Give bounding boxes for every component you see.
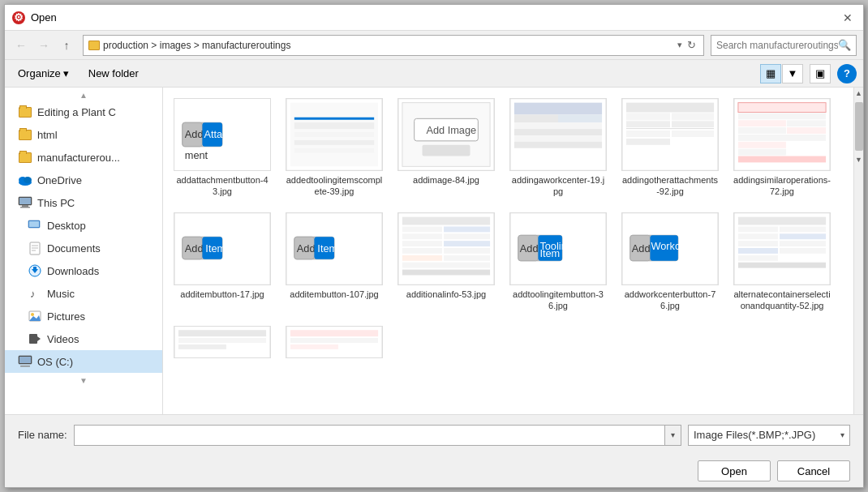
file-item[interactable]: Add Tooling Item addtoolingitembutton-36…: [505, 208, 611, 316]
sidebar-item-label: Music: [47, 288, 75, 300]
new-folder-button[interactable]: New folder: [82, 64, 145, 83]
file-item[interactable]: alternatecontainerselectionandquantity-5…: [729, 208, 835, 316]
svg-rect-25: [19, 357, 31, 363]
back-button[interactable]: ←: [11, 36, 31, 55]
file-item[interactable]: [170, 322, 275, 366]
folder-icon: [18, 105, 32, 119]
file-item[interactable]: addingsimilaroperations-72.jpg: [729, 94, 835, 202]
file-item[interactable]: Add Item additembutton-107.jpg: [281, 208, 387, 316]
svg-rect-99: [402, 248, 442, 254]
sidebar-item-documents[interactable]: Documents: [5, 237, 162, 259]
sidebar-item-manufactureroutings[interactable]: manufacturerou...: [5, 146, 162, 169]
music-icon: ♪: [28, 286, 42, 301]
file-item[interactable]: Add Workc... addworkcenterbutton-76.jpg: [617, 208, 723, 316]
svg-text:Add Image: Add Image: [426, 124, 476, 136]
svg-rect-61: [672, 113, 714, 120]
sidebar-item-this-pc[interactable]: This PC: [5, 191, 162, 214]
svg-text:⚙: ⚙: [14, 11, 24, 24]
file-thumbnail: [174, 326, 271, 358]
open-button[interactable]: Open: [698, 460, 771, 481]
svg-rect-96: [444, 233, 490, 239]
onedrive-icon: [18, 173, 32, 187]
search-input[interactable]: [716, 40, 838, 51]
help-button[interactable]: ?: [837, 64, 857, 83]
svg-rect-69: [738, 103, 826, 113]
svg-text:Item: Item: [317, 242, 337, 255]
search-bar[interactable]: 🔍: [711, 35, 857, 56]
file-thumbnail: Add Tooling Item: [509, 212, 607, 285]
svg-rect-136: [290, 338, 378, 343]
svg-rect-49: [558, 114, 602, 122]
svg-rect-70: [738, 113, 826, 119]
sidebar-item-label: This PC: [37, 197, 75, 209]
file-name-input[interactable]: [75, 426, 664, 445]
svg-rect-39: [294, 140, 374, 145]
view-buttons: ▦ ▼: [760, 64, 803, 83]
svg-rect-98: [444, 241, 490, 246]
file-item[interactable]: additionalinfo-53.jpg: [393, 208, 499, 316]
sidebar: ▲ Editing a Plant C html manufacturerou.…: [5, 88, 163, 414]
file-name: addtoolingitembutton-36.jpg: [509, 289, 607, 312]
file-thumbnail: Add Item: [286, 212, 383, 285]
file-item[interactable]: addingotherattachments-92.jpg: [617, 94, 723, 202]
svg-text:Add: Add: [520, 242, 539, 255]
vertical-scrollbar[interactable]: ▲ ▼: [853, 88, 863, 414]
sidebar-item-editing-plant[interactable]: Editing a Plant C: [5, 101, 162, 123]
svg-rect-71: [738, 120, 786, 126]
cancel-button[interactable]: Cancel: [777, 460, 850, 481]
file-item[interactable]: Add Item additembutton-17.jpg: [170, 208, 275, 316]
sidebar-item-os-c[interactable]: OS (C:): [5, 350, 162, 373]
file-item[interactable]: addedtoolingitemscomplete-39.jpg: [281, 94, 387, 202]
view-dropdown-button[interactable]: ▼: [782, 64, 803, 83]
forward-button[interactable]: →: [34, 36, 54, 55]
bottom-bar: File name: ▾ Image Files(*.BMP;*.JPG) ▾: [5, 414, 863, 455]
up-button[interactable]: ↑: [57, 36, 76, 55]
svg-rect-51: [558, 122, 602, 129]
file-type-select[interactable]: Image Files(*.BMP;*.JPG) ▾: [688, 425, 850, 446]
grid-view-button[interactable]: ▦: [760, 64, 781, 83]
organize-dropdown-icon: ▾: [63, 67, 69, 79]
svg-rect-122: [738, 233, 778, 239]
svg-text:Attach: Attach: [204, 128, 233, 140]
file-item[interactable]: Add Image addimage-84.jpg: [393, 94, 499, 202]
svg-rect-97: [402, 241, 442, 246]
sidebar-item-html[interactable]: html: [5, 123, 162, 146]
file-name: additionalinfo-53.jpg: [406, 289, 486, 300]
file-area: Add Attach ment addattachmentbutton-43.j…: [163, 88, 853, 414]
svg-rect-92: [402, 216, 490, 225]
sidebar-item-onedrive[interactable]: OneDrive: [5, 169, 162, 191]
organize-button[interactable]: Organize ▾: [11, 64, 75, 83]
svg-rect-131: [178, 330, 266, 336]
file-item[interactable]: Add Attach ment addattachmentbutton-43.j…: [170, 94, 275, 202]
desktop-icon: [28, 218, 42, 233]
address-dropdown-arrow[interactable]: ▾: [675, 40, 685, 50]
address-bar[interactable]: production > images > manufacturerouting…: [83, 35, 704, 56]
svg-rect-17: [33, 267, 37, 270]
sidebar-item-desktop[interactable]: Desktop: [5, 214, 162, 237]
sidebar-item-pictures[interactable]: Pictures: [5, 305, 162, 327]
file-item[interactable]: addingaworkcenter-19.jpg: [505, 94, 611, 202]
sidebar-item-videos[interactable]: Videos: [5, 327, 162, 350]
svg-rect-121: [780, 226, 826, 232]
svg-text:Item: Item: [205, 242, 226, 255]
sidebar-item-label: OneDrive: [37, 174, 82, 186]
close-button[interactable]: ✕: [839, 9, 857, 27]
address-refresh-button[interactable]: ↻: [685, 39, 698, 51]
file-name: alternatecontainerselectionandquantity-5…: [733, 289, 831, 312]
file-name-field[interactable]: ▾: [74, 425, 681, 446]
svg-rect-10: [29, 221, 39, 227]
resize-handle[interactable]: [850, 474, 863, 487]
sidebar-item-label: Documents: [47, 242, 101, 255]
sidebar-item-label: Pictures: [47, 310, 85, 323]
pane-button[interactable]: ▣: [810, 64, 831, 83]
file-name-dropdown[interactable]: ▾: [664, 426, 681, 445]
svg-rect-54: [514, 135, 558, 142]
file-thumbnail: [621, 98, 719, 171]
file-item[interactable]: [281, 322, 387, 366]
svg-rect-137: [290, 344, 338, 349]
sidebar-item-downloads[interactable]: Downloads: [5, 259, 162, 282]
svg-rect-100: [444, 248, 490, 254]
file-name-label: File name:: [18, 429, 67, 441]
svg-rect-124: [738, 241, 778, 246]
sidebar-item-music[interactable]: ♪ Music: [5, 282, 162, 305]
